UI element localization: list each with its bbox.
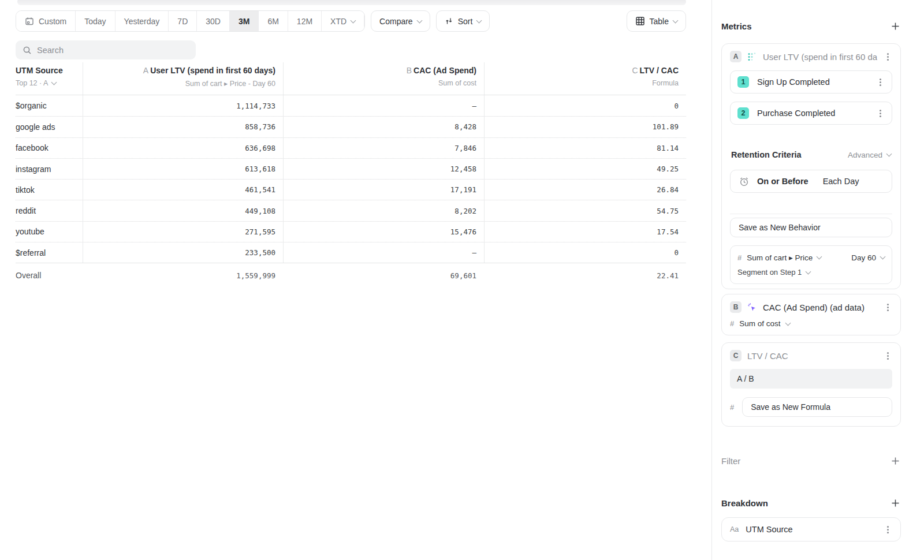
table-row[interactable]: facebook 636,698 7,846 81.14 — [16, 137, 686, 158]
column-title: LTV / CAC — [640, 66, 679, 75]
funnel-step-card[interactable]: 2 Purchase Completed — [730, 102, 892, 125]
filter-title: Filter — [721, 456, 740, 466]
step-menu-button[interactable] — [875, 108, 885, 118]
metric-b-badge: B — [730, 301, 742, 313]
sort-button[interactable]: Sort — [436, 10, 490, 32]
save-as-new-formula-button[interactable]: Save as New Formula — [742, 397, 892, 417]
table-row[interactable]: $referral 233,500 – 0 — [16, 242, 686, 263]
date-range-button[interactable]: Yesterday — [116, 11, 169, 31]
date-range-label: Yesterday — [124, 17, 160, 26]
table-row[interactable]: $organic 1,114,733 – 0 — [16, 95, 686, 116]
retention-window-card[interactable]: On or Before Each Day — [730, 170, 892, 193]
overall-value-b: 69,601 — [283, 263, 484, 288]
aggregation-dropdown[interactable]: Sum of cart ▸ Price — [747, 253, 821, 262]
chevron-down-icon — [886, 151, 892, 157]
date-range-button[interactable]: 3M — [230, 11, 259, 31]
add-metric-button[interactable] — [890, 21, 901, 32]
breakdown-item-card[interactable]: Aa UTM Source — [721, 517, 901, 542]
toolbar: Custom Today Yesterday 7D — [16, 10, 686, 32]
day-window-dropdown[interactable]: Day 60 — [851, 253, 885, 262]
date-range-button[interactable]: XTD — [322, 11, 364, 31]
metric-c-column-header[interactable]: CLTV / CAC Formula — [484, 62, 686, 95]
row-source-label: instagram — [16, 159, 83, 179]
row-value-a: 449,108 — [83, 200, 283, 221]
row-value-c: 26.84 — [484, 180, 686, 200]
kebab-icon — [880, 81, 881, 83]
column-subtitle: Formula — [485, 79, 679, 87]
date-range-button[interactable]: 30D — [197, 11, 230, 31]
date-range-label: Today — [84, 17, 106, 26]
breakdown-title: Breakdown — [721, 498, 768, 508]
metric-c-header[interactable]: C LTV / CAC — [730, 350, 892, 361]
row-source-label: $referral — [16, 242, 83, 263]
event-click-icon — [747, 303, 757, 312]
table-row[interactable]: reddit 449,108 8,202 54.75 — [16, 200, 686, 221]
view-label: Table — [650, 17, 669, 26]
chevron-down-icon — [416, 17, 422, 23]
breakdown-menu-button[interactable] — [883, 524, 892, 535]
numeric-type-icon: # — [730, 403, 734, 412]
metric-a-menu-button[interactable] — [883, 51, 892, 62]
metric-b-card: B CAC (Ad Spend) (ad data) # Sum of cost — [721, 294, 901, 335]
segment-on-step-label: Segment on Step 1 — [737, 268, 802, 277]
column-title: CAC (Ad Spend) — [413, 66, 476, 75]
metric-b-header[interactable]: B CAC (Ad Spend) (ad data) — [730, 301, 892, 313]
search-box[interactable] — [16, 40, 196, 59]
save-as-new-behavior-button[interactable]: Save as New Behavior — [730, 218, 892, 237]
date-range-label: 6M — [267, 17, 278, 26]
row-value-b: 15,476 — [283, 222, 484, 242]
overall-label: Overall — [16, 263, 83, 288]
metric-b-column-header[interactable]: BCAC (Ad Spend) Sum of cost — [283, 62, 484, 95]
source-column-header[interactable]: UTM Source Top 12 · A — [16, 62, 83, 95]
date-range-label: 7D — [177, 17, 188, 26]
table-row[interactable]: instagram 613,618 12,458 49.25 — [16, 158, 686, 179]
aggregation-box: # Sum of cart ▸ Price Day 60 Segment on … — [730, 245, 892, 284]
source-header-title: UTM Source — [16, 66, 75, 75]
date-range-button[interactable]: Today — [76, 11, 115, 31]
table-row[interactable]: youtube 271,595 15,476 17.54 — [16, 221, 686, 242]
metric-c-card: C LTV / CAC A / B # Save as New Formula — [721, 342, 901, 427]
row-source-label: $organic — [16, 95, 83, 116]
date-range-button[interactable]: 12M — [288, 11, 322, 31]
metrics-section-header: Metrics — [721, 21, 901, 32]
step-number-badge: 1 — [737, 76, 749, 88]
table-row[interactable]: google ads 858,736 8,428 101.89 — [16, 116, 686, 137]
row-source-label: reddit — [16, 200, 83, 221]
compare-button[interactable]: Compare — [371, 10, 430, 32]
metric-b-aggregation-dropdown[interactable]: # Sum of cost — [730, 319, 892, 328]
row-value-b: 8,428 — [283, 117, 484, 137]
add-filter-button[interactable] — [890, 456, 901, 466]
date-range-label: 3M — [239, 17, 249, 26]
metric-a-card: A User LTV (spend in first 60 da... 1 Si… — [721, 43, 901, 289]
row-value-b: 7,846 — [283, 138, 484, 158]
view-selector-button[interactable]: Table — [627, 10, 686, 32]
date-range-button[interactable]: Custom — [16, 11, 76, 31]
step-label: Sign Up Completed — [757, 77, 875, 87]
kebab-icon — [887, 307, 889, 308]
breakdown-section-header: Breakdown — [721, 498, 901, 509]
row-value-a: 461,541 — [83, 180, 283, 200]
row-value-b: – — [283, 95, 484, 116]
row-value-c: 49.25 — [484, 159, 686, 179]
table-row[interactable]: tiktok 461,541 17,191 26.84 — [16, 179, 686, 200]
metric-b-menu-button[interactable] — [883, 302, 892, 312]
segment-on-step-dropdown[interactable]: Segment on Step 1 — [737, 268, 885, 277]
metric-a-column-header[interactable]: AUser LTV (spend in first 60 days) Sum o… — [83, 62, 283, 95]
row-value-c: 0 — [484, 242, 686, 263]
metric-c-menu-button[interactable] — [883, 350, 892, 361]
advanced-dropdown[interactable]: Advanced — [848, 151, 891, 159]
search-input[interactable] — [37, 46, 189, 55]
add-breakdown-button[interactable] — [890, 498, 901, 509]
metric-a-header[interactable]: A User LTV (spend in first 60 da... — [730, 51, 892, 62]
kebab-icon — [887, 56, 889, 58]
overall-value-a: 1,559,999 — [83, 263, 283, 288]
date-range-button[interactable]: 6M — [259, 11, 288, 31]
aggregation-label: Sum of cart ▸ Price — [747, 253, 813, 262]
formula-input[interactable]: A / B — [730, 369, 892, 389]
row-value-c: 81.14 — [484, 138, 686, 158]
funnel-step-card[interactable]: 1 Sign Up Completed — [730, 70, 892, 94]
step-menu-button[interactable] — [875, 77, 885, 87]
row-source-label: tiktok — [16, 180, 83, 200]
date-range-button[interactable]: 7D — [169, 11, 197, 31]
retention-metric-icon — [747, 52, 757, 62]
